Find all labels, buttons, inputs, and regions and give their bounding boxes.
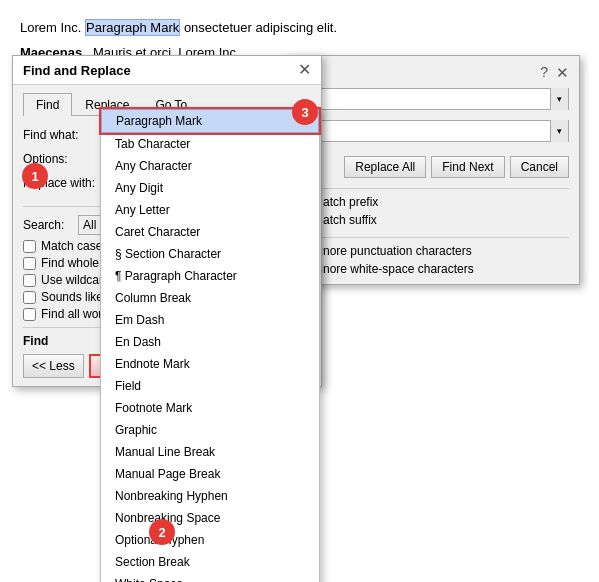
- right-replace-dropdown[interactable]: ▾: [550, 120, 568, 142]
- dropdown-item-graphic[interactable]: Graphic: [101, 419, 319, 441]
- find-whole-checkbox[interactable]: [23, 257, 36, 270]
- doc-line1-end: onsectetuer adipiscing elit.: [184, 20, 337, 35]
- cancel-button[interactable]: Cancel: [510, 156, 569, 178]
- dropdown-item-manual-line-break[interactable]: Manual Line Break: [101, 441, 319, 463]
- dropdown-item-optional-hyphen[interactable]: Optional Hyphen: [101, 529, 319, 551]
- right-find-input: ▾: [295, 88, 569, 110]
- dropdown-item-section-break[interactable]: Section Break: [101, 551, 319, 573]
- match-suffix-row: Match suffix: [295, 213, 569, 227]
- dialog-close-button[interactable]: ✕: [298, 62, 311, 78]
- dropdown-item-any-letter[interactable]: Any Letter: [101, 199, 319, 221]
- dropdown-item-section-character[interactable]: § Section Character: [101, 243, 319, 265]
- right-replace-input-row: ▾: [295, 120, 569, 142]
- right-titlebar: ? ✕: [295, 64, 569, 82]
- ignore-options: Ignore punctuation characters Ignore whi…: [295, 244, 569, 276]
- special-dropdown-menu: Paragraph Mark Tab Character Any Charact…: [100, 108, 320, 582]
- tab-find[interactable]: Find: [23, 93, 72, 116]
- paragraph-mark-highlighted: Paragraph Mark: [85, 19, 180, 36]
- right-find-dropdown[interactable]: ▾: [550, 88, 568, 110]
- ignore-punctuation-row: Ignore punctuation characters: [295, 244, 569, 258]
- dropdown-item-white-space[interactable]: White Space: [101, 573, 319, 582]
- right-find-input-row: ▾: [295, 88, 569, 110]
- find-all-checkbox[interactable]: [23, 308, 36, 321]
- dropdown-item-field[interactable]: Field: [101, 375, 319, 397]
- match-case-label: Match case: [41, 239, 102, 253]
- dropdown-item-endnote-mark[interactable]: Endnote Mark: [101, 353, 319, 375]
- dropdown-item-em-dash[interactable]: Em Dash: [101, 309, 319, 331]
- search-label: Search:: [23, 218, 78, 232]
- right-action-buttons: Replace All Find Next Cancel: [295, 156, 569, 178]
- right-replace-input: ▾: [295, 120, 569, 142]
- dropdown-item-footnote-mark[interactable]: Footnote Mark: [101, 397, 319, 419]
- right-options: Match prefix Match suffix: [295, 195, 569, 227]
- ignore-punctuation-label: Ignore punctuation characters: [313, 244, 472, 258]
- replace-all-button[interactable]: Replace All: [344, 156, 426, 178]
- dropdown-item-nonbreaking-space[interactable]: Nonbreaking Space: [101, 507, 319, 529]
- question-mark-icon: ?: [540, 64, 548, 82]
- find-next-button[interactable]: Find Next: [431, 156, 504, 178]
- annotation-2: 2: [149, 519, 175, 545]
- dropdown-item-paragraph-mark[interactable]: Paragraph Mark: [101, 109, 319, 133]
- dropdown-item-paragraph-character[interactable]: ¶ Paragraph Character: [101, 265, 319, 287]
- doc-line1-start: Lorem Inc.: [20, 20, 81, 35]
- dropdown-item-any-character[interactable]: Any Character: [101, 155, 319, 177]
- dropdown-item-any-digit[interactable]: Any Digit: [101, 177, 319, 199]
- find-what-label: Find what:: [23, 128, 103, 142]
- find-all-label: Find all word: [41, 307, 109, 321]
- dropdown-item-caret-character[interactable]: Caret Character: [101, 221, 319, 243]
- dialog-title: Find and Replace: [23, 63, 131, 78]
- right-close-button[interactable]: ✕: [556, 64, 569, 82]
- match-case-checkbox[interactable]: [23, 240, 36, 253]
- annotation-3: 3: [292, 99, 318, 125]
- ignore-whitespace-row: Ignore white-space characters: [295, 262, 569, 276]
- match-prefix-label: Match prefix: [313, 195, 378, 209]
- right-divider: [295, 188, 569, 189]
- ignore-whitespace-label: Ignore white-space characters: [313, 262, 474, 276]
- right-divider-2: [295, 237, 569, 238]
- dropdown-item-en-dash[interactable]: En Dash: [101, 331, 319, 353]
- sounds-like-checkbox[interactable]: [23, 291, 36, 304]
- annotation-1: 1: [22, 163, 48, 189]
- dropdown-item-column-break[interactable]: Column Break: [101, 287, 319, 309]
- dropdown-item-nonbreaking-hyphen[interactable]: Nonbreaking Hyphen: [101, 485, 319, 507]
- match-prefix-row: Match prefix: [295, 195, 569, 209]
- dropdown-item-manual-page-break[interactable]: Manual Page Break: [101, 463, 319, 485]
- less-button[interactable]: << Less: [23, 354, 84, 378]
- dialog-titlebar: Find and Replace ✕: [13, 56, 321, 85]
- match-suffix-label: Match suffix: [313, 213, 377, 227]
- use-wildcard-checkbox[interactable]: [23, 274, 36, 287]
- dropdown-item-tab-character[interactable]: Tab Character: [101, 133, 319, 155]
- find-replace-right-panel: ? ✕ ▾ ▾ Replace All Find Next Cancel Mat…: [285, 55, 580, 285]
